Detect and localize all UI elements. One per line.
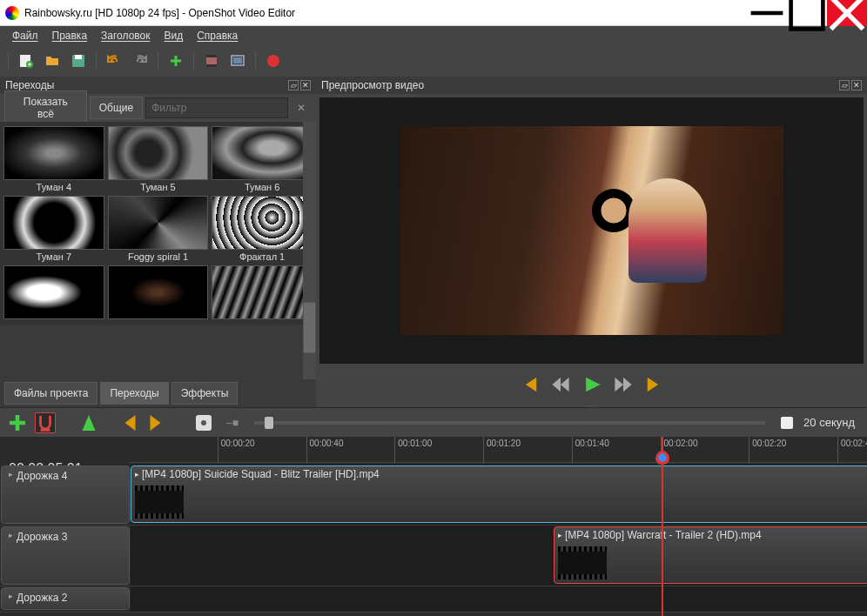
track-label[interactable]: ▸Дорожка 2	[1, 587, 130, 610]
svg-point-12	[201, 420, 206, 425]
profile-button[interactable]	[200, 50, 223, 72]
next-marker-button[interactable]	[146, 412, 167, 433]
svg-rect-9	[233, 57, 242, 64]
zoom-slider[interactable]	[254, 421, 765, 425]
playback-controls	[316, 367, 867, 402]
preview-panel: Предпросмотр видео ▱✕ ·····	[316, 77, 867, 407]
menu-edit[interactable]: Правка	[47, 28, 93, 44]
menu-file[interactable]: Файл	[7, 28, 44, 44]
razor-button[interactable]	[78, 412, 99, 433]
panel-close-icon[interactable]: ✕	[300, 80, 311, 90]
transition-item[interactable]	[212, 265, 313, 321]
open-project-button[interactable]	[41, 50, 64, 72]
zoom-out-icon[interactable]: –■	[226, 417, 239, 429]
transition-item[interactable]: Туман 7	[3, 196, 104, 262]
redo-button[interactable]	[129, 50, 151, 72]
transition-item[interactable]	[108, 265, 209, 321]
minimize-button[interactable]	[747, 0, 787, 26]
preview-area[interactable]	[319, 97, 864, 364]
transition-item[interactable]: Фрактал 1	[212, 196, 313, 262]
maximize-button[interactable]	[787, 0, 827, 26]
close-button[interactable]	[827, 0, 867, 26]
snap-button[interactable]	[35, 412, 56, 433]
svg-point-10	[267, 55, 279, 67]
menu-help[interactable]: Справка	[192, 28, 243, 44]
zoom-in-icon[interactable]	[781, 417, 793, 429]
tab-transitions[interactable]: Переходы	[100, 382, 168, 405]
track-label[interactable]: ▸Дорожка 3	[1, 526, 130, 585]
preview-title-label: Предпросмотр видео	[321, 79, 424, 91]
window-title: Rainbowsky.ru [HD 1080p 24 fps] - OpenSh…	[24, 7, 747, 19]
timeline-toolbar: –■ 20 секунд	[0, 407, 867, 437]
svg-rect-6	[206, 55, 217, 57]
menu-title[interactable]: Заголовок	[96, 28, 155, 44]
play-button[interactable]	[582, 375, 602, 394]
tracks-area: ▸Дорожка 4 ▸[MP4 1080p] Suicide Squad - …	[0, 465, 867, 616]
new-project-button[interactable]	[15, 50, 37, 72]
clip-thumbnail	[558, 546, 607, 579]
clip-title: [MP4 1080p] Suicide Squad - Blitz Traile…	[142, 468, 380, 480]
export-button[interactable]	[262, 50, 285, 72]
panel-float-icon[interactable]: ▱	[839, 80, 850, 90]
tab-project-files[interactable]: Файлы проекта	[4, 382, 97, 405]
zoom-label: 20 секунд	[803, 416, 855, 429]
svg-rect-7	[206, 64, 217, 67]
clip-thumbnail	[135, 485, 184, 519]
tab-effects[interactable]: Эффекты	[171, 382, 239, 405]
transition-item[interactable]: Туман 5	[108, 126, 209, 192]
panel-float-icon[interactable]: ▱	[288, 80, 299, 90]
clear-filter-icon[interactable]: ✕	[291, 102, 312, 114]
transitions-grid: Туман 4 Туман 5 Туман 6 Туман 7 Foggy sp…	[0, 122, 316, 325]
filter-input[interactable]	[145, 97, 288, 118]
track-content[interactable]: ▸[MP4 1080p] Warcraft - Trailer 2 (HD).m…	[131, 526, 867, 586]
save-project-button[interactable]	[67, 50, 90, 72]
transition-item[interactable]: Foggy spiral 1	[108, 196, 209, 262]
menubar: Файл Правка Заголовок Вид Справка	[0, 26, 867, 45]
track-row: ▸Дорожка 3 ▸[MP4 1080p] Warcraft - Trail…	[0, 526, 867, 586]
track-content[interactable]	[131, 586, 867, 612]
track-row: ▸Дорожка 4 ▸[MP4 1080p] Suicide Squad - …	[0, 465, 867, 526]
transition-item[interactable]: Туман 6	[212, 126, 313, 192]
main-area: Переходы ▱✕ Показать всё Общие ✕ Туман 4…	[0, 77, 867, 407]
preview-frame	[400, 126, 783, 335]
left-panel: Переходы ▱✕ Показать всё Общие ✕ Туман 4…	[0, 77, 316, 407]
transition-item[interactable]	[3, 265, 104, 321]
resize-handle[interactable]: ·····	[316, 402, 867, 407]
panel-close-icon[interactable]: ✕	[851, 80, 862, 90]
vertical-scrollbar[interactable]	[303, 122, 316, 379]
titlebar: Rainbowsky.ru [HD 1080p 24 fps] - OpenSh…	[0, 0, 867, 26]
show-all-button[interactable]: Показать всё	[4, 90, 87, 125]
clip[interactable]: ▸[MP4 1080p] Warcraft - Trailer 2 (HD).m…	[554, 526, 867, 584]
jump-start-button[interactable]	[520, 375, 539, 394]
track-label[interactable]: ▸Дорожка 4	[1, 465, 130, 524]
clip[interactable]: ▸[MP4 1080p] Suicide Squad - Blitz Trail…	[131, 465, 867, 523]
rewind-button[interactable]	[551, 375, 570, 394]
forward-button[interactable]	[614, 375, 633, 394]
undo-button[interactable]	[103, 50, 125, 72]
app-icon	[5, 6, 19, 20]
add-track-button[interactable]	[7, 412, 28, 433]
track-row: ▸Дорожка 2	[0, 586, 867, 613]
track-content[interactable]: ▸[MP4 1080p] Suicide Squad - Blitz Trail…	[131, 465, 867, 525]
preview-panel-title: Предпросмотр видео ▱✕	[316, 77, 867, 94]
timeline: 00:02:05:01 00:00:20 00:00:40 00:01:00 0…	[0, 437, 867, 616]
menu-view[interactable]: Вид	[158, 28, 188, 44]
prev-marker-button[interactable]	[118, 412, 139, 433]
timeline-ruler[interactable]: 00:00:20 00:00:40 00:01:00 00:01:20 00:0…	[129, 437, 867, 463]
common-button[interactable]: Общие	[90, 97, 143, 119]
svg-rect-4	[75, 55, 82, 59]
fullscreen-button[interactable]	[226, 50, 249, 72]
panel-tabs: Файлы проекта Переходы Эффекты	[0, 379, 316, 407]
playhead[interactable]	[662, 437, 663, 616]
import-files-button[interactable]	[165, 50, 187, 72]
transitions-title-label: Переходы	[5, 79, 54, 91]
center-playhead-button[interactable]	[193, 412, 214, 433]
svg-rect-0	[791, 0, 823, 29]
transition-item[interactable]: Туман 4	[3, 126, 104, 192]
main-toolbar	[0, 45, 867, 77]
jump-end-button[interactable]	[645, 375, 664, 394]
transitions-filter-bar: Показать всё Общие ✕	[0, 94, 316, 122]
